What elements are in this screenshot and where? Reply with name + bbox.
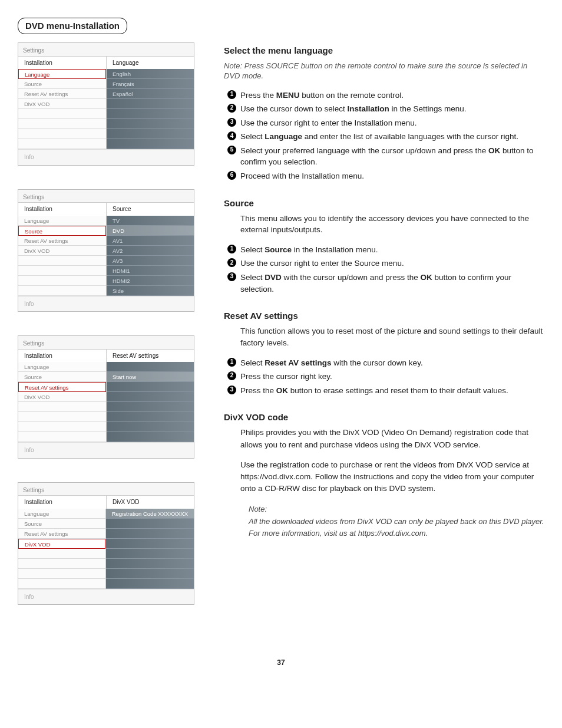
intro-source: This menu allows you to identify the acc… (224, 213, 544, 236)
menu-right-item (106, 569, 194, 579)
menu-right-item: TV (107, 216, 194, 226)
step-item: 2Use the cursor right to enter the Sourc… (224, 258, 544, 269)
bold-text: DVD (265, 273, 282, 282)
divx-note-heading: Note: (249, 503, 544, 515)
menu-right-item (107, 422, 194, 432)
menu-left-item (18, 119, 106, 129)
menu-right-item (106, 559, 194, 569)
menu-left-item (18, 129, 106, 139)
menu-right-item (107, 362, 194, 372)
bold-text: Language (265, 132, 302, 141)
menu-left-item: Source (18, 372, 106, 382)
menu-right-item (107, 119, 194, 129)
menu-footer: Info (18, 442, 194, 458)
menu-left-item: Language (18, 69, 106, 79)
menu-left-item (18, 286, 106, 296)
menu-right-item (106, 519, 194, 529)
menu-header-right: Language (107, 57, 194, 70)
menu-title: Settings (18, 483, 194, 496)
menu-left-item (18, 402, 106, 412)
menu-left-item (18, 559, 105, 569)
menu-left-item: Source (18, 79, 106, 89)
step-number-icon: 2 (227, 371, 236, 380)
step-number-icon: 1 (227, 245, 236, 253)
step-number-icon: 3 (227, 386, 236, 394)
menu-right-pane: Start now (107, 362, 194, 442)
menu-screenshot: SettingsInstallationLanguageLanguageSour… (18, 42, 194, 166)
steps-reset: 1Select Reset AV settings with the curso… (224, 357, 544, 397)
menu-right-item: AV3 (107, 256, 194, 266)
step-item: 5Select your preferred language with the… (224, 145, 544, 168)
menu-left-item: Reset AV settings (18, 529, 105, 539)
menu-right-pane: EnglishFrançaisEspañol (107, 69, 194, 149)
page-layout: SettingsInstallationLanguageLanguageSour… (18, 42, 544, 628)
menu-header-left: Installation (18, 496, 107, 509)
menu-footer: Info (18, 589, 194, 605)
menu-header-left: Installation (18, 350, 107, 363)
divx-p1: Philips provides you with the DivX VOD (… (224, 427, 544, 451)
menu-left-item (18, 579, 105, 589)
step-item: 3Press the OK button to erase settings a… (224, 385, 544, 397)
menu-screenshot: SettingsInstallationReset AV settingsLan… (18, 335, 194, 459)
step-number-icon: 3 (227, 118, 236, 127)
menu-right-item: Registration Code XXXXXXXX (106, 509, 194, 519)
menu-left-item (18, 432, 106, 442)
bold-text: OK (488, 146, 500, 155)
menu-footer: Info (18, 149, 194, 165)
menu-right-item (107, 432, 194, 442)
menu-left-pane: LanguageSourceReset AV settingsDivX VOD (18, 216, 107, 296)
page-tab-title: DVD menu-Installation (18, 18, 127, 34)
menu-left-item: Source (18, 226, 106, 236)
intro-reset: This function allows you to reset most o… (224, 325, 544, 348)
menu-left-item (18, 412, 106, 422)
step-item: 1Select Reset AV settings with the curso… (224, 357, 544, 369)
menu-left-item: Reset AV settings (18, 89, 106, 99)
menu-right-item: Side (107, 286, 194, 296)
step-number-icon: 2 (227, 258, 236, 267)
menu-right-item: Español (107, 89, 194, 99)
menu-right-item (107, 382, 194, 392)
heading-reset: Reset AV settings (224, 310, 544, 322)
menu-right-item (107, 402, 194, 412)
menu-left-item: Language (18, 216, 106, 226)
page-number: 37 (18, 658, 544, 667)
menu-right-item (106, 529, 194, 539)
menu-left-item: Source (18, 519, 105, 529)
step-item: 1Press the MENU button on the remote con… (224, 90, 544, 101)
bold-text: OK (420, 273, 432, 282)
steps-source: 1Select Source in the Installation menu.… (224, 244, 544, 295)
menu-header-right: DivX VOD (107, 496, 194, 509)
menu-right-item: English (107, 69, 194, 79)
menu-left-item: Language (18, 362, 106, 372)
menu-left-item (18, 256, 106, 266)
menu-screenshot: SettingsInstallationSourceLanguageSource… (18, 189, 194, 312)
step-item: 1Select Source in the Installation menu. (224, 244, 544, 256)
menu-left-item (18, 569, 105, 579)
heading-language: Select the menu language (224, 45, 544, 57)
menu-left-item (18, 139, 106, 149)
menu-left-item (18, 422, 106, 432)
menu-left-item: Reset AV settings (18, 382, 106, 392)
menu-right-item (107, 99, 194, 109)
menu-left-item (18, 549, 105, 559)
step-item: 6Proceed with the Installation menu. (224, 170, 544, 182)
bold-text: OK (276, 386, 288, 395)
menu-right-item: HDMI2 (107, 276, 194, 286)
menu-right-item (107, 412, 194, 422)
menu-right-item: AV1 (107, 236, 194, 246)
bold-text: MENU (276, 91, 300, 100)
bold-text: Installation (348, 104, 389, 113)
menu-left-item: DivX VOD (18, 99, 106, 109)
step-number-icon: 3 (227, 272, 236, 281)
steps-language: 1Press the MENU button on the remote con… (224, 90, 544, 182)
menu-header-left: Installation (18, 57, 107, 70)
menu-left-pane: LanguageSourceReset AV settingsDivX VOD (18, 69, 107, 149)
step-item: 2Use the cursor down to select Installat… (224, 103, 544, 115)
menu-left-item (18, 109, 106, 119)
menu-right-item: Français (107, 79, 194, 89)
menu-right-pane: TVDVDAV1AV2AV3HDMI1HDMI2Side (107, 216, 194, 296)
instructions-column: Select the menu language Note: Press SOU… (224, 42, 544, 539)
menu-header-right: Source (107, 203, 194, 216)
menu-left-item (18, 276, 106, 286)
menu-footer: Info (18, 296, 194, 312)
